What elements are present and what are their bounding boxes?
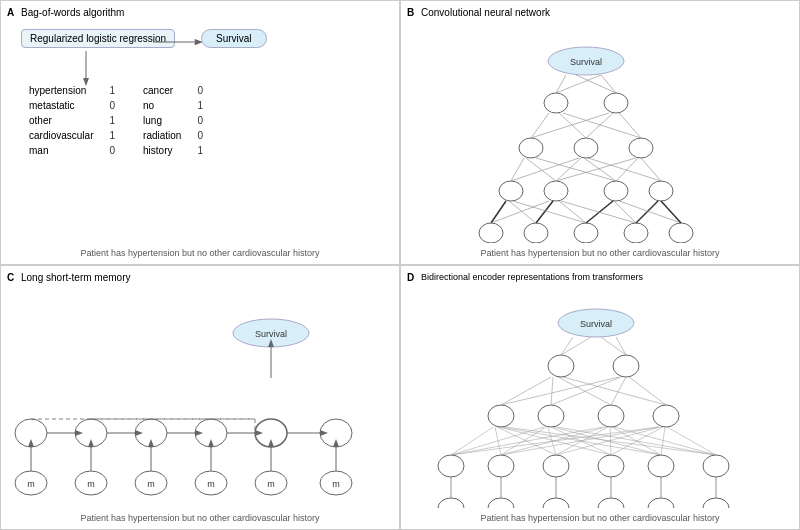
svg-text:Survival: Survival: [570, 57, 602, 67]
svg-point-123: [648, 455, 674, 477]
svg-point-101: [548, 355, 574, 377]
svg-point-149: [438, 498, 464, 508]
svg-point-39: [669, 223, 693, 243]
val-col1: 1: [101, 83, 123, 98]
val-col2: 1: [189, 98, 211, 113]
bert-diagram: Survival: [401, 288, 791, 508]
svg-text:Survival: Survival: [580, 319, 612, 329]
svg-point-122: [598, 455, 624, 477]
svg-point-35: [479, 223, 503, 243]
svg-point-110: [653, 405, 679, 427]
panel-b-title: Convolutional neural network: [421, 7, 550, 18]
panel-c: C Long short-term memory Survival: [0, 265, 400, 530]
svg-line-116: [611, 377, 626, 405]
table-row: metastatic 0 no 1: [21, 98, 211, 113]
svg-text:m: m: [267, 479, 275, 489]
svg-marker-65: [135, 430, 143, 436]
svg-line-118: [629, 377, 666, 405]
svg-line-30: [536, 158, 616, 181]
svg-marker-87: [268, 439, 274, 447]
svg-line-9: [556, 75, 601, 93]
svg-point-120: [488, 455, 514, 477]
table-row: hypertension 1 cancer 0: [21, 83, 211, 98]
svg-line-15: [531, 113, 549, 138]
word-col1: man: [21, 143, 101, 158]
svg-point-12: [519, 138, 543, 158]
svg-text:m: m: [147, 479, 155, 489]
svg-point-36: [524, 223, 548, 243]
svg-point-107: [488, 405, 514, 427]
word-col2: cancer: [123, 83, 189, 98]
svg-line-115: [558, 377, 611, 405]
svg-point-109: [598, 405, 624, 427]
svg-point-38: [624, 223, 648, 243]
svg-line-49: [636, 201, 658, 223]
svg-marker-79: [28, 439, 34, 447]
svg-point-24: [649, 181, 673, 201]
svg-line-42: [509, 201, 536, 223]
word-col1: other: [21, 113, 101, 128]
svg-marker-63: [75, 430, 83, 436]
svg-point-22: [544, 181, 568, 201]
val-col2: 0: [189, 128, 211, 143]
panel-c-label: C: [7, 272, 14, 283]
svg-line-117: [563, 377, 666, 405]
svg-text:m: m: [87, 479, 95, 489]
val-col1: 1: [101, 113, 123, 128]
svg-line-147: [614, 427, 716, 455]
panel-d-caption: Patient has hypertension but no other ca…: [401, 513, 799, 523]
val-col1: 0: [101, 143, 123, 158]
lstm-diagram: Survival: [1, 288, 391, 498]
svg-point-151: [543, 498, 569, 508]
arrow-right: [153, 35, 203, 49]
panel-d-title: Bidirectional encoder representations fr…: [421, 272, 643, 282]
svg-line-112: [501, 377, 619, 405]
svg-line-125: [451, 427, 493, 455]
arrow-down: [79, 51, 93, 86]
survival-box-a: Survival: [201, 29, 267, 48]
svg-marker-85: [208, 439, 214, 447]
svg-marker-69: [255, 430, 263, 436]
svg-point-154: [703, 498, 729, 508]
val-col1: 0: [101, 98, 123, 113]
panel-d-label: D: [407, 272, 414, 283]
svg-marker-83: [148, 439, 154, 447]
svg-line-11: [601, 75, 616, 93]
svg-line-126: [451, 427, 544, 455]
word-col1: hypertension: [21, 83, 101, 98]
svg-point-153: [648, 498, 674, 508]
svg-line-40: [491, 201, 506, 223]
svg-text:m: m: [207, 479, 215, 489]
word-col2: lung: [123, 113, 189, 128]
panel-a-title: Bag-of-words algorithm: [21, 7, 124, 18]
svg-line-133: [497, 427, 556, 455]
cnn-diagram: Survival: [401, 23, 771, 243]
panel-c-title: Long short-term memory: [21, 272, 130, 283]
svg-point-13: [574, 138, 598, 158]
svg-line-41: [491, 201, 549, 223]
svg-text:m: m: [332, 479, 340, 489]
panel-b: B Convolutional neural network Survival: [400, 0, 800, 265]
svg-point-119: [438, 455, 464, 477]
val-col2: 1: [189, 143, 211, 158]
svg-point-152: [598, 498, 624, 508]
svg-text:m: m: [27, 479, 35, 489]
svg-point-6: [544, 93, 568, 113]
svg-line-129: [495, 427, 501, 455]
svg-marker-71: [320, 430, 328, 436]
svg-line-16: [531, 113, 609, 138]
svg-line-103: [561, 337, 573, 355]
svg-line-32: [616, 158, 638, 181]
svg-line-19: [563, 113, 641, 138]
table-row: other 1 lung 0: [21, 113, 211, 128]
svg-point-37: [574, 223, 598, 243]
svg-point-21: [499, 181, 523, 201]
word-col2: no: [123, 98, 189, 113]
svg-line-106: [616, 337, 626, 355]
svg-line-17: [559, 113, 586, 138]
val-col1: 1: [101, 128, 123, 143]
svg-line-8: [556, 75, 566, 93]
svg-line-10: [576, 75, 616, 93]
svg-line-27: [526, 158, 556, 181]
panel-a-caption: Patient has hypertension but no other ca…: [1, 248, 399, 258]
